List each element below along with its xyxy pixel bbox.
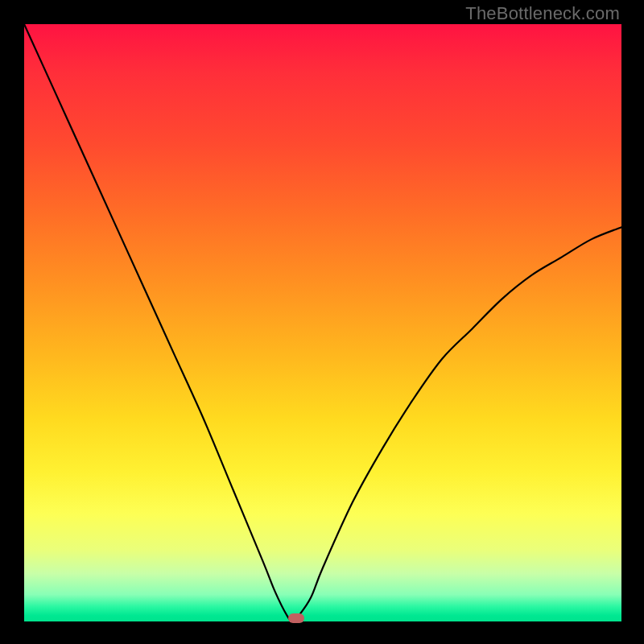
- chart-frame: TheBottleneck.com: [0, 0, 644, 644]
- watermark-text: TheBottleneck.com: [465, 3, 620, 24]
- plot-area: [24, 24, 621, 621]
- bottleneck-curve: [24, 24, 621, 621]
- minimum-marker: [288, 613, 304, 623]
